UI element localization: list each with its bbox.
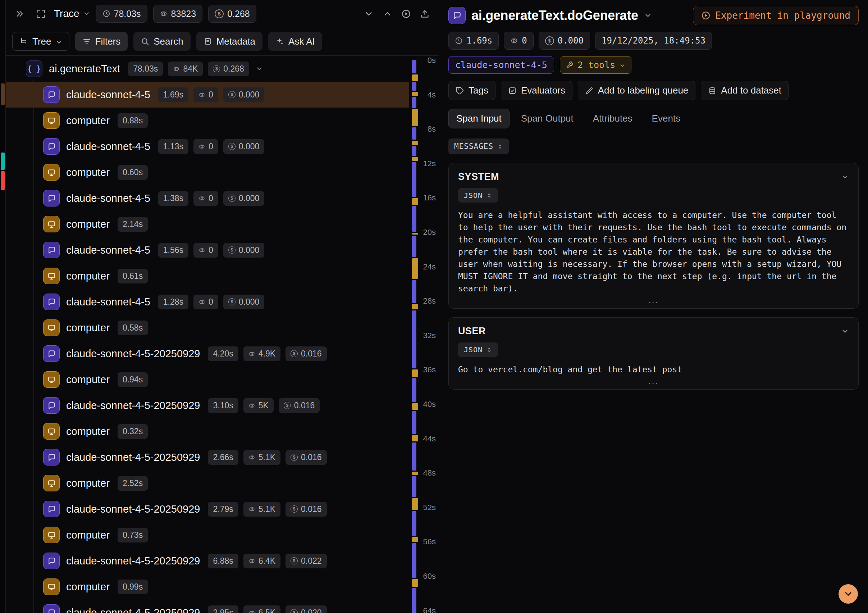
timeline-span-bar[interactable] — [412, 157, 418, 161]
timeline-span-bar[interactable] — [412, 442, 416, 470]
row-badges: 78.03s84K$0.268 — [128, 62, 249, 76]
timeline-span-bar[interactable] — [412, 511, 416, 536]
tree-row-computer[interactable]: computer0.32s — [6, 418, 409, 444]
share-icon[interactable] — [417, 6, 432, 21]
timeline-span-bar[interactable] — [412, 280, 416, 303]
timeline-span-bar[interactable] — [412, 310, 416, 368]
replay-icon[interactable] — [398, 6, 414, 21]
step-down-icon[interactable] — [361, 6, 376, 21]
timeline-span-bar[interactable] — [412, 141, 418, 145]
tab-span-output[interactable]: Span Output — [513, 109, 581, 129]
span-title-chevron-icon[interactable] — [644, 11, 652, 19]
timeline-span-bar[interactable] — [412, 258, 418, 279]
message-card-header[interactable]: SYSTEM — [449, 163, 858, 186]
fullscreen-icon[interactable] — [33, 6, 48, 21]
timeline-span-bar[interactable] — [412, 127, 416, 140]
tags-button[interactable]: Tags — [448, 81, 496, 100]
chat-bubble-icon — [43, 397, 60, 414]
search-button[interactable]: Search — [133, 32, 190, 51]
tree-row-claude-sonnet-4-5-20250929[interactable]: claude-sonnet-4-5-202509296.88s6.4K$0.02… — [6, 548, 409, 574]
messages-selector[interactable]: MESSAGES — [448, 138, 509, 154]
tree-row-computer[interactable]: computer2.14s — [6, 211, 409, 237]
timeline-span-bar[interactable] — [412, 411, 416, 434]
tree-row-claude-sonnet-4-5[interactable]: claude-sonnet-4-51.56s0$0.000 — [6, 237, 409, 263]
add-to-labeling-queue-button[interactable]: Add to labeling queue — [578, 81, 696, 100]
row-expand-chevron-icon[interactable] — [256, 65, 263, 72]
evaluators-button[interactable]: Evaluators — [501, 81, 572, 100]
timeline-span-bar[interactable] — [412, 97, 416, 108]
timeline-span-bar[interactable] — [412, 435, 418, 442]
tree-row-computer[interactable]: computer0.61s — [6, 263, 409, 289]
search-label: Search — [153, 36, 183, 47]
format-selector[interactable]: JSON — [458, 343, 498, 357]
tree-row-computer[interactable]: computer2.52s — [6, 470, 409, 496]
collapse-chevron-icon[interactable] — [841, 173, 849, 181]
tree-row-claude-sonnet-4-5-20250929[interactable]: claude-sonnet-4-5-202509293.10s5K$0.016 — [6, 393, 409, 418]
timeline-span-bar[interactable] — [412, 588, 416, 613]
span-duration-badge: 1.69s — [448, 32, 499, 50]
add-to-dataset-button[interactable]: Add to dataset — [701, 81, 789, 100]
timeline-span-bar[interactable] — [412, 92, 418, 96]
duration-badge: 0.32s — [118, 424, 148, 439]
tree-row-computer[interactable]: computer0.58s — [6, 315, 409, 341]
tab-events[interactable]: Events — [644, 109, 688, 129]
timeline-span-bar[interactable] — [412, 236, 416, 258]
duration-badge: 4.20s — [208, 346, 238, 361]
row-badges: 2.52s — [118, 476, 148, 491]
scroll-to-bottom-button[interactable] — [839, 584, 858, 604]
timeline-span-bar[interactable] — [412, 543, 416, 578]
timeline-span-bar[interactable] — [412, 198, 418, 205]
timeline-span-bar[interactable] — [412, 403, 418, 410]
tree-row-ai.generateText[interactable]: { }ai.generateText78.03s84K$0.268 — [6, 56, 409, 82]
ask-ai-button[interactable]: Ask AI — [268, 32, 322, 51]
timeline-span-bar[interactable] — [412, 476, 416, 497]
tree-row-claude-sonnet-4-5[interactable]: claude-sonnet-4-51.28s0$0.000 — [6, 289, 409, 315]
tree-row-claude-sonnet-4-5[interactable]: claude-sonnet-4-51.13s0$0.000 — [6, 133, 409, 159]
filters-button[interactable]: Filters — [75, 32, 128, 51]
timeline-span-bar[interactable] — [412, 537, 418, 542]
timeline-span-bar[interactable] — [412, 74, 418, 81]
timeline-span-bar[interactable] — [412, 60, 416, 73]
tools-badge[interactable]: 2 tools — [560, 56, 631, 74]
timeline-span-bar[interactable] — [412, 162, 416, 197]
timeline-span-bar[interactable] — [412, 472, 418, 475]
collapse-sidebar-icon[interactable] — [12, 6, 27, 21]
timeline-span-bar[interactable] — [412, 82, 416, 91]
expand-message-button[interactable]: ... — [449, 298, 858, 308]
tree-row-claude-sonnet-4-5-20250929[interactable]: claude-sonnet-4-5-202509294.20s4.9K$0.01… — [6, 341, 409, 366]
model-badge[interactable]: claude-sonnet-4-5 — [448, 56, 554, 74]
timeline-span-bar[interactable] — [412, 109, 418, 126]
timeline-span-bar[interactable] — [412, 378, 416, 402]
collapse-chevron-icon[interactable] — [841, 327, 849, 335]
tree-row-claude-sonnet-4-5-20250929[interactable]: claude-sonnet-4-5-202509292.95s6.5K$0.02… — [6, 600, 409, 613]
tree-row-claude-sonnet-4-5[interactable]: claude-sonnet-4-51.69s0$0.000 — [6, 82, 409, 107]
timeline-span-bar[interactable] — [412, 579, 418, 587]
expand-message-button[interactable]: ... — [449, 379, 858, 389]
timeline-span-bar[interactable] — [412, 233, 418, 234]
tree-row-computer[interactable]: computer0.99s — [6, 574, 409, 600]
format-selector[interactable]: JSON — [458, 188, 498, 203]
trace-selector[interactable]: Trace — [54, 8, 90, 19]
cost-icon: $ — [228, 298, 236, 306]
timeline-span-bar[interactable] — [412, 369, 418, 377]
metadata-button[interactable]: Metadata — [196, 32, 262, 51]
timeline-span-bar[interactable] — [412, 206, 416, 232]
tree-row-claude-sonnet-4-5-20250929[interactable]: claude-sonnet-4-5-202509292.66s5.1K$0.01… — [6, 444, 409, 470]
metadata-label: Metadata — [217, 36, 255, 47]
timeline-span-bar[interactable] — [412, 146, 416, 156]
tree-row-claude-sonnet-4-5[interactable]: claude-sonnet-4-51.38s0$0.000 — [6, 185, 409, 211]
tokens-badge: 6.4K — [243, 554, 281, 568]
tree-row-claude-sonnet-4-5-20250929[interactable]: claude-sonnet-4-5-202509292.79s5.1K$0.01… — [6, 496, 409, 522]
tab-attributes[interactable]: Attributes — [585, 109, 640, 129]
tree-row-computer[interactable]: computer0.73s — [6, 522, 409, 548]
timeline-span-bar[interactable] — [412, 304, 418, 309]
tree-row-computer[interactable]: computer0.88s — [6, 107, 409, 133]
tree-row-computer[interactable]: computer0.94s — [6, 366, 409, 393]
step-up-icon[interactable] — [380, 6, 395, 21]
message-card-header[interactable]: USER — [449, 318, 858, 340]
timeline-span-bar[interactable] — [412, 498, 418, 510]
tab-span-input[interactable]: Span Input — [448, 109, 510, 129]
view-mode-select[interactable]: Tree — [12, 32, 70, 51]
tree-row-computer[interactable]: computer0.60s — [6, 159, 409, 185]
experiment-in-playground-button[interactable]: Experiment in playground — [693, 6, 859, 25]
